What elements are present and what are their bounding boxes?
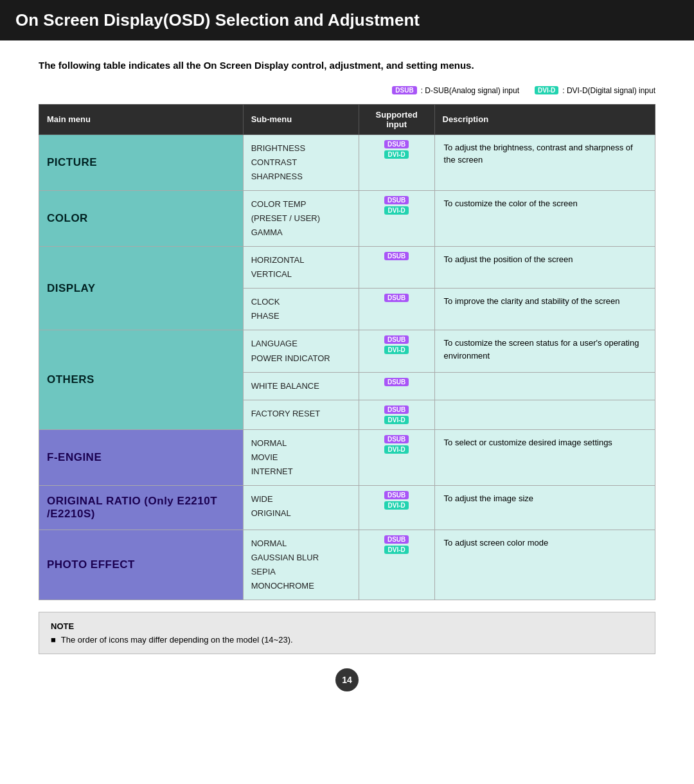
description-cell: To improve the clarity and stability of …	[434, 289, 655, 330]
submenu-group: HORIZONTALVERTICAL	[244, 247, 359, 288]
submenu-item: POWER INDICATOR	[251, 352, 351, 366]
legend: DSUB : D-SUB(Analog signal) input DVI-D …	[39, 86, 655, 95]
header-description: Description	[434, 104, 655, 134]
page-wrapper: On Screen Display(OSD) Selection and Adj…	[0, 0, 694, 784]
submenu-cell: FACTORY RESET	[243, 400, 359, 429]
dvid-badge: DVI-D	[535, 86, 558, 94]
supported-cell: DSUB	[359, 372, 434, 400]
dsub-badge: DSUB	[384, 405, 409, 414]
dvid-badge: DVI-D	[384, 416, 408, 424]
submenu-group: WIDEORIGINAL	[244, 486, 359, 527]
supported-group: DSUBDVI-D	[359, 135, 434, 164]
dsub-badge: DSUB	[384, 491, 409, 499]
submenu-item: WIDE	[251, 492, 351, 506]
submenu-cell: NORMALGAUSSIAN BLURSEPIAMONOCHROME	[243, 530, 359, 600]
submenu-item: PHASE	[251, 309, 351, 323]
dsub-badge: DSUB	[384, 140, 409, 148]
desc-group: To adjust the brightness, contrast and s…	[435, 135, 655, 173]
desc-group: To customize the screen status for a use…	[435, 330, 655, 368]
dvid-badge: DVI-D	[384, 445, 408, 454]
supported-cell: DSUB	[359, 289, 434, 330]
submenu-cell: WIDEORIGINAL	[243, 486, 359, 530]
submenu-item: GAMMA	[251, 226, 351, 240]
desc-group: To improve the clarity and stability of …	[435, 289, 655, 314]
note-item: ■ The order of icons may differ dependin…	[51, 635, 643, 645]
submenu-item: FACTORY RESET	[251, 407, 351, 421]
page-title: On Screen Display(OSD) Selection and Adj…	[15, 10, 420, 30]
submenu-item: NORMAL	[251, 436, 351, 450]
submenu-item: HORIZONTAL	[251, 253, 351, 267]
submenu-item: (PRESET / USER)	[251, 211, 351, 226]
submenu-item: LANGUAGE	[251, 337, 351, 351]
submenu-group: NORMALGAUSSIAN BLURSEPIAMONOCHROME	[244, 530, 359, 600]
main-menu-cell: PICTURE	[39, 134, 244, 190]
supported-group: DSUB	[359, 247, 434, 265]
desc-group	[435, 400, 655, 413]
note-title: NOTE	[51, 621, 643, 631]
main-menu-cell: ORIGINAL RATIO (Only E2210T /E2210S)	[39, 486, 244, 530]
submenu-group: LANGUAGEPOWER INDICATOR	[244, 330, 359, 371]
dvid-badge: DVI-D	[384, 346, 408, 354]
dsub-badge: DSUB	[384, 294, 409, 302]
description-cell: To adjust the brightness, contrast and s…	[434, 134, 655, 190]
description-cell: To select or customize desired image set…	[434, 429, 655, 485]
submenu-item: MOVIE	[251, 450, 351, 465]
description-cell: To adjust the image size	[434, 486, 655, 530]
submenu-cell: WHITE BALANCE	[243, 372, 359, 400]
desc-group: To adjust the image size	[435, 486, 655, 512]
submenu-cell: BRIGHTNESSCONTRASTSHARPNESS	[243, 134, 359, 190]
supported-cell: DSUBDVI-D	[359, 530, 434, 600]
supported-group: DSUB	[359, 373, 434, 391]
supported-cell: DSUBDVI-D	[359, 330, 434, 372]
dvid-badge: DVI-D	[384, 546, 408, 554]
description-cell: To adjust the position of the screen	[434, 247, 655, 289]
submenu-item: COLOR TEMP	[251, 197, 351, 211]
submenu-group: BRIGHTNESSCONTRASTSHARPNESS	[244, 135, 359, 190]
desc-group	[435, 373, 655, 386]
supported-group: DSUBDVI-D	[359, 400, 434, 429]
dsub-badge: DSUB	[384, 335, 409, 344]
main-menu-cell: OTHERS	[39, 330, 244, 429]
table-row: PICTUREBRIGHTNESSCONTRASTSHARPNESSDSUBDV…	[39, 134, 655, 190]
description-cell	[434, 372, 655, 400]
table-row: DISPLAYHORIZONTALVERTICALDSUBTo adjust t…	[39, 247, 655, 289]
submenu-item: BRIGHTNESS	[251, 141, 351, 156]
supported-cell: DSUBDVI-D	[359, 486, 434, 530]
submenu-group: FACTORY RESET	[244, 400, 359, 427]
submenu-item: INTERNET	[251, 465, 351, 479]
desc-group: To customize the color of the screen	[435, 191, 655, 217]
dvid-badge: DVI-D	[384, 206, 408, 215]
submenu-group: NORMALMOVIEINTERNET	[244, 430, 359, 485]
table-row: PHOTO EFFECTNORMALGAUSSIAN BLURSEPIAMONO…	[39, 530, 655, 600]
dsub-desc: : D-SUB(Analog signal) input	[421, 86, 519, 95]
supported-cell: DSUBDVI-D	[359, 134, 434, 190]
page-number: 14	[335, 668, 359, 691]
dvid-badge: DVI-D	[384, 150, 408, 159]
submenu-group: COLOR TEMP (PRESET / USER)GAMMA	[244, 191, 359, 246]
submenu-cell: NORMALMOVIEINTERNET	[243, 429, 359, 485]
header-supported: Supported input	[359, 104, 434, 134]
supported-group: DSUBDVI-D	[359, 330, 434, 359]
osd-table: Main menu Sub-menu Supported input Descr…	[39, 104, 655, 601]
supported-group: DSUBDVI-D	[359, 430, 434, 459]
description-cell: To customize the color of the screen	[434, 190, 655, 246]
dsub-badge: DSUB	[384, 435, 409, 443]
description-cell: To customize the screen status for a use…	[434, 330, 655, 372]
dsub-badge: DSUB	[384, 252, 409, 260]
dsub-badge: DSUB	[384, 378, 409, 386]
submenu-cell: HORIZONTALVERTICAL	[243, 247, 359, 289]
submenu-item: VERTICAL	[251, 267, 351, 281]
main-menu-cell: PHOTO EFFECT	[39, 530, 244, 600]
dsub-badge: DSUB	[392, 86, 416, 94]
dvid-badge: DVI-D	[384, 501, 408, 510]
note-text: The order of icons may differ depending …	[61, 635, 293, 645]
supported-group: DSUBDVI-D	[359, 486, 434, 515]
submenu-item: CLOCK	[251, 295, 351, 309]
legend-dvid: DVI-D : DVI-D(Digital signal) input	[535, 86, 655, 95]
dsub-badge: DSUB	[384, 196, 409, 204]
table-row: OTHERSLANGUAGEPOWER INDICATORDSUBDVI-DTo…	[39, 330, 655, 372]
header-sub-menu: Sub-menu	[243, 104, 359, 134]
table-row: F-ENGINENORMALMOVIEINTERNETDSUBDVI-DTo s…	[39, 429, 655, 485]
submenu-item: SEPIA	[251, 565, 351, 579]
submenu-cell: COLOR TEMP (PRESET / USER)GAMMA	[243, 190, 359, 246]
